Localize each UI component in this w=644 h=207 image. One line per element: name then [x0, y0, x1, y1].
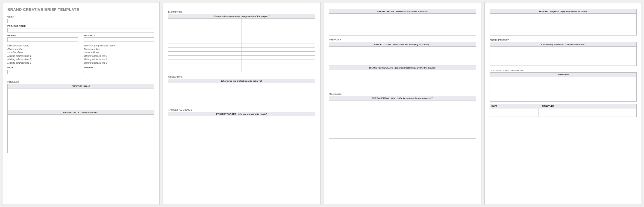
elements-table: [168, 19, 315, 72]
table-cell[interactable]: [168, 64, 242, 68]
input-client[interactable]: [7, 19, 154, 23]
table-cell[interactable]: [242, 68, 315, 72]
page-3: BRAND TARGET | Who does the brand speak …: [324, 2, 481, 205]
table-cell[interactable]: [242, 39, 315, 43]
table-cell[interactable]: [242, 52, 315, 55]
table-row: [168, 39, 315, 43]
header-purpose-strong: PURPOSE: [72, 85, 82, 87]
table-cell[interactable]: [242, 19, 315, 23]
table-cell[interactable]: [168, 23, 242, 27]
box-tagline[interactable]: [490, 14, 637, 36]
table-row: [168, 51, 315, 55]
table-cell[interactable]: [242, 35, 315, 39]
section-message: MESSAGE: [329, 93, 476, 95]
section-comments-approval: COMMENTS AND APPROVAL: [490, 69, 637, 72]
table-row: [168, 43, 315, 47]
header-objective-italic: What does the project work to achieve?: [221, 80, 262, 82]
section-project: PROJECT: [7, 81, 154, 83]
table-cell[interactable]: [242, 43, 315, 47]
header-takeaway: THE TAKEAWAY | What is the key idea to b…: [329, 96, 476, 100]
header-brand-personality: BRAND PERSONALITY | What characteristics…: [329, 66, 476, 70]
header-comments: COMMENTS: [490, 72, 637, 77]
table-cell[interactable]: [242, 31, 315, 35]
contact-addr2: Mailing address line 2: [84, 58, 154, 61]
box-purpose[interactable]: [7, 88, 154, 110]
header-project-tone-strong: PROJECT TONE: [374, 43, 391, 46]
contact-email: Email Address: [84, 51, 154, 54]
header-comments-strong: COMMENTS: [557, 73, 570, 76]
input-author[interactable]: [84, 70, 154, 74]
table-row: [168, 23, 315, 27]
section-elements: ELEMENTS: [168, 11, 315, 13]
label-date: DATE: [7, 66, 78, 69]
box-brand-target[interactable]: [329, 14, 476, 36]
contact-addr3: Mailing address line 3: [84, 61, 154, 65]
approval-date-label: DATE: [490, 104, 540, 108]
box-objective[interactable]: [168, 83, 315, 105]
table-cell[interactable]: [168, 60, 242, 64]
table-cell[interactable]: [242, 60, 315, 64]
label-author: AUTHOR: [84, 66, 154, 69]
table-cell[interactable]: [168, 56, 242, 60]
header-furthermore: Include any additional critical informat…: [490, 42, 637, 47]
table-cell[interactable]: [242, 56, 315, 60]
contact-name: Client contact name: [7, 44, 78, 48]
table-row: [168, 31, 315, 35]
approval-head: DATE SIGNATURE: [490, 104, 636, 108]
table-cell[interactable]: [242, 64, 315, 68]
table-cell[interactable]: [242, 48, 315, 51]
contact-addr2: Mailing address line 2: [7, 58, 78, 61]
box-project-tone[interactable]: [329, 47, 476, 66]
table-cell[interactable]: [168, 19, 242, 23]
header-brand-target-italic: Who does the brand speak to?: [396, 10, 428, 13]
box-comments[interactable]: [490, 77, 637, 102]
table-row: [168, 68, 315, 72]
box-project-target[interactable]: [168, 116, 315, 141]
table-cell[interactable]: [168, 27, 242, 31]
header-objective: What does the project work to achieve?: [168, 79, 315, 83]
table-cell[interactable]: [168, 68, 242, 72]
header-opportunity-strong: OPPORTUNITY: [63, 111, 79, 114]
contact-phone: Phone number: [7, 48, 78, 51]
header-takeaway-strong: THE TAKEAWAY: [372, 97, 389, 99]
header-elements-italic: What are the fundamental components of t…: [214, 15, 270, 17]
box-opportunity[interactable]: [7, 115, 154, 153]
section-furthermore: FURTHERMORE: [490, 39, 637, 42]
header-project-tone: PROJECT TONE | What traits are we trying…: [329, 42, 476, 47]
approval-signature-label: SIGNATURE: [540, 104, 636, 108]
label-client: CLIENT: [7, 16, 154, 18]
box-brand-personality[interactable]: [329, 70, 476, 89]
table-cell[interactable]: [242, 23, 315, 27]
table-cell[interactable]: [168, 39, 242, 43]
contact-addr1: Mailing address line 1: [7, 54, 78, 58]
box-takeaway[interactable]: [329, 100, 476, 139]
table-cell[interactable]: [168, 35, 242, 39]
table-cell[interactable]: [168, 43, 242, 47]
input-product[interactable]: [84, 37, 154, 42]
table-cell[interactable]: [168, 52, 242, 55]
approval-date-cell[interactable]: [490, 108, 539, 117]
table-row: [168, 19, 315, 23]
input-date[interactable]: [7, 70, 78, 74]
header-tagline: TAGLINE | prepared copy, key words, or t…: [490, 9, 637, 14]
header-project-target-strong: PROJECT TARGET: [216, 113, 236, 115]
header-project-target-italic: Who are we trying to reach?: [238, 113, 267, 115]
input-brand[interactable]: [7, 37, 78, 42]
table-cell[interactable]: [168, 31, 242, 35]
header-brand-target: BRAND TARGET | Who does the brand speak …: [329, 9, 476, 14]
table-row: [168, 47, 315, 51]
box-furthermore[interactable]: [490, 47, 637, 66]
table-cell[interactable]: [168, 48, 242, 51]
header-brand-personality-italic: What characteristics define the brand?: [395, 67, 436, 69]
header-project-tone-italic: What traits are we trying to convey?: [393, 43, 430, 46]
approval-signature-cell[interactable]: [539, 108, 636, 117]
header-tagline-italic: prepared copy, key words, or theme: [550, 10, 587, 13]
table-row: [168, 64, 315, 68]
contact-addr1: Mailing address line 1: [84, 54, 154, 58]
header-elements: What are the fundamental components of t…: [168, 14, 315, 19]
table-cell[interactable]: [242, 27, 315, 31]
header-furthermore-italic: Include any additional critical informat…: [541, 43, 585, 46]
table-row: [168, 35, 315, 39]
client-contact-block: Client contact name Phone number Email A…: [7, 44, 78, 65]
input-project-name[interactable]: [7, 28, 154, 32]
